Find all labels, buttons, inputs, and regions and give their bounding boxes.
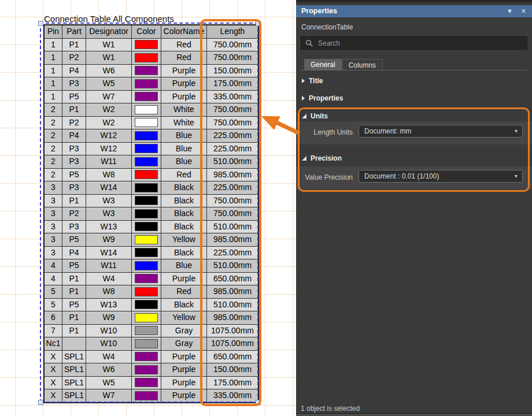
table-row: 1 P4 W6 Purple 150.00mm: [44, 64, 258, 77]
cell-pin: 4: [44, 272, 62, 285]
color-swatch: [135, 378, 158, 387]
cell-colorname: White: [161, 103, 207, 117]
search-input[interactable]: Search: [301, 36, 527, 50]
selection-handle-bottom-left[interactable]: [38, 400, 43, 405]
cell-pin: 1: [44, 64, 62, 77]
cell-length: 750.00mm: [207, 207, 259, 221]
cell-designator: W5: [86, 77, 132, 91]
value-precision-dropdown[interactable]: Document : 0.01 (1/100) ▾: [359, 170, 523, 183]
table-row: 3 P1 W3 Black 750.00mm: [44, 194, 258, 207]
section-precision[interactable]: Precision: [302, 154, 342, 162]
tab-columns[interactable]: Columns: [342, 59, 383, 70]
cell-part: P4: [62, 129, 86, 143]
section-units[interactable]: Units: [302, 112, 328, 120]
table-row: 6 P1 W9 Yellow 985.00mm: [44, 311, 258, 325]
column-header-part: Part: [62, 25, 86, 38]
section-title[interactable]: Title: [302, 77, 323, 85]
table-row: 2 P3 W11 Blue 510.00mm: [44, 155, 258, 169]
cell-colorname: White: [161, 116, 207, 129]
cell-pin: 1: [44, 38, 62, 51]
cell-pin: 7: [44, 324, 62, 337]
connection-table-grid: PinPartDesignatorColorColorNameLength 1 …: [43, 24, 259, 403]
selection-handle-top-right[interactable]: [256, 21, 261, 26]
cell-part: P5: [62, 90, 86, 103]
cell-length: 650.00mm: [207, 272, 259, 285]
cell-length: 225.00mm: [207, 129, 259, 143]
cell-pin: 2: [44, 116, 62, 129]
table-row: 7 P1 W10 Gray 1075.00mm: [44, 324, 258, 337]
search-placeholder: Search: [318, 39, 340, 47]
cell-part: P5: [62, 298, 86, 311]
cell-designator: W7: [86, 389, 132, 403]
cell-designator: W9: [86, 311, 132, 325]
chevron-down-icon: ▾: [515, 125, 518, 137]
selection-handle-top-left[interactable]: [38, 21, 43, 26]
color-swatch: [135, 40, 158, 49]
cell-color: [132, 233, 161, 247]
cell-part: P1: [62, 272, 86, 285]
selection-handle-bottom-right[interactable]: [256, 400, 261, 405]
cell-part: P5: [62, 233, 86, 247]
cell-colorname: Black: [161, 194, 207, 207]
cell-pin: 2: [44, 155, 62, 169]
color-swatch: [135, 170, 158, 179]
panel-titlebar[interactable]: Properties ▼ ✕: [296, 5, 532, 17]
column-header-colorname: ColorName: [161, 25, 207, 38]
table-row: X SPL1 W5 Purple 175.00mm: [44, 376, 258, 389]
panel-title: Properties: [301, 7, 337, 15]
color-swatch: [135, 365, 158, 374]
panel-collapse-icon[interactable]: ▼: [507, 8, 513, 14]
table-row: 4 P5 W11 Blue 510.00mm: [44, 259, 258, 273]
table-row: 2 P4 W12 Blue 225.00mm: [44, 129, 258, 143]
cell-color: [132, 246, 161, 259]
panel-bottom-strip: [296, 413, 532, 416]
cell-part: P1: [62, 285, 86, 299]
cell-color: [132, 207, 161, 221]
table-row: 3 P3 W14 Black 225.00mm: [44, 181, 258, 195]
cell-length: 750.00mm: [207, 116, 259, 129]
cell-part: P3: [62, 155, 86, 169]
tabs-underline: [301, 70, 527, 70]
cell-designator: W6: [86, 64, 132, 77]
cell-part: P2: [62, 207, 86, 221]
value-precision-label: Value Precision: [301, 173, 353, 181]
panel-close-icon[interactable]: ✕: [521, 8, 526, 15]
cell-color: [132, 337, 161, 351]
cell-pin: X: [44, 363, 62, 377]
cell-length: 225.00mm: [207, 246, 259, 259]
cell-colorname: Purple: [161, 389, 207, 403]
cell-colorname: Gray: [161, 337, 207, 351]
table-header-row: PinPartDesignatorColorColorNameLength: [44, 25, 258, 38]
cell-length: 225.00mm: [207, 181, 259, 195]
cell-colorname: Blue: [161, 155, 207, 169]
cell-part: P3: [62, 77, 86, 91]
cell-colorname: Black: [161, 220, 207, 233]
cell-pin: Nc1: [44, 337, 62, 351]
length-units-dropdown[interactable]: Document: mm ▾: [359, 125, 523, 138]
cell-pin: 2: [44, 129, 62, 143]
color-swatch: [135, 118, 158, 127]
table-row: 3 P3 W13 Black 510.00mm: [44, 220, 258, 233]
cell-length: 175.00mm: [207, 376, 259, 389]
table-row: 2 P2 W2 White 750.00mm: [44, 116, 258, 129]
cell-part: SPL1: [62, 376, 86, 389]
cell-length: 510.00mm: [207, 298, 259, 311]
cell-designator: W12: [86, 142, 132, 155]
cell-designator: W2: [86, 116, 132, 129]
table-row: X SPL1 W6 Purple 150.00mm: [44, 363, 258, 377]
tab-general[interactable]: General: [304, 59, 342, 70]
color-swatch: [135, 352, 158, 361]
cell-designator: W3: [86, 207, 132, 221]
cell-designator: W11: [86, 259, 132, 273]
cell-length: 510.00mm: [207, 155, 259, 169]
cell-pin: 5: [44, 298, 62, 311]
cell-color: [132, 116, 161, 129]
cell-designator: W4: [86, 350, 132, 363]
cell-color: [132, 350, 161, 363]
connection-table[interactable]: PinPartDesignatorColorColorNameLength 1 …: [43, 24, 259, 403]
cell-color: [132, 311, 161, 325]
section-properties[interactable]: Properties: [302, 94, 343, 102]
cell-color: [132, 220, 161, 233]
annotation-arrow-icon: [254, 107, 304, 140]
connection-table-title: Connection Table All Components: [44, 14, 174, 24]
